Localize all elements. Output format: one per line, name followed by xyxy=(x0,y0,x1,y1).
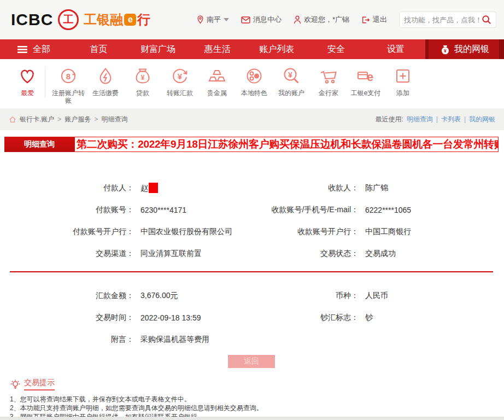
recent-link-my-ebank[interactable]: 我的网银 xyxy=(469,115,495,124)
nav-item-my-ebank[interactable]: ¥ 我的网银 xyxy=(425,39,504,59)
search-input[interactable] xyxy=(404,16,482,24)
time-label: 交易时间： xyxy=(4,313,134,323)
breadcrumb-separator: > xyxy=(94,115,98,123)
payer-bank-label: 付款账号开户行： xyxy=(4,227,134,237)
brand-title: 工银融 e 行 xyxy=(84,11,150,28)
cash-flag-label: 钞汇标志： xyxy=(256,313,359,323)
toolbar-label: 金行家 xyxy=(319,89,338,97)
tip-item: 1、您可以将查询结果下载，并保存到文本或电子表格文件中。 xyxy=(10,395,499,404)
user-icon xyxy=(294,15,301,24)
page: ICBC 工 工银融 e 行 南平 消息中心 欢迎您，*广锦 xyxy=(0,0,504,420)
toolbar-item-local-features[interactable]: 本地特色 xyxy=(236,66,273,97)
currency-label: 币种： xyxy=(256,291,359,301)
tip-item: 3、网银互联账户明细由开户银行提供，如有疑问请联系开户银行。 xyxy=(10,413,499,417)
tips-list: 1、您可以将查询结果下载，并保存到文本或电子表格文件中。 2、本功能只支持查询账… xyxy=(10,395,499,417)
bank-logo[interactable]: ICBC 工 工银融 e 行 xyxy=(11,9,150,30)
recent-link-separator: | xyxy=(436,115,438,123)
detail-row-amount-currency: 汇款金额：3,676.00元 币种：人民币 xyxy=(4,285,499,307)
welcome-user[interactable]: 欢迎您，*广锦 xyxy=(294,15,349,25)
toolbar-item-loan[interactable]: ¥ 贷款 xyxy=(124,66,161,97)
brand-suffix: 行 xyxy=(137,11,150,28)
breadcrumb-item-cards[interactable]: 银行卡.账户 xyxy=(20,115,54,124)
hamburger-menu-icon xyxy=(17,46,27,53)
nav-item-wealth-plaza[interactable]: 财富广场 xyxy=(128,44,188,55)
chevron-down-icon xyxy=(224,18,229,21)
toolbar-item-life-payment[interactable]: 生活缴费 xyxy=(87,66,124,97)
toolbar-item-epay[interactable]: e 工银e支付 xyxy=(347,66,384,97)
nav-item-all[interactable]: 全部 xyxy=(0,44,69,55)
nav-item-life[interactable]: 惠生活 xyxy=(187,44,247,55)
nav-item-settings[interactable]: 设置 xyxy=(366,44,425,55)
detail-row-channel-status: 交易渠道：同业清算互联前置 交易状态：交易成功 xyxy=(4,243,499,265)
transfer-remit-icon: ¥ xyxy=(169,66,190,86)
toolbar-label: 添加 xyxy=(396,89,409,97)
recent-link-separator: | xyxy=(464,115,466,123)
tab-detail-query[interactable]: 明细查询 xyxy=(4,137,74,152)
svg-text:8: 8 xyxy=(66,72,71,81)
channel-label: 交易渠道： xyxy=(4,249,134,259)
tip-item: 2、本功能只支持查询账户明细，如您需要查询具体交易的明细信息请到相关交易查询。 xyxy=(10,404,499,412)
nav-item-account-list[interactable]: 账户列表 xyxy=(247,44,307,55)
register-transfer-icon: 8 xyxy=(58,66,79,86)
message-center-link[interactable]: 消息中心 xyxy=(241,15,282,25)
nav-all-label: 全部 xyxy=(33,44,50,55)
search-icon[interactable] xyxy=(482,15,491,25)
breadcrumb: 银行卡.账户 > 账户服务 > 明细查询 xyxy=(9,115,127,124)
header: ICBC 工 工银融 e 行 南平 消息中心 欢迎您，*广锦 xyxy=(0,0,504,39)
toolbar-item-register-transfer[interactable]: 8 注册账户转账 xyxy=(50,66,87,104)
shopping-cart-icon xyxy=(318,66,339,86)
breadcrumb-separator: > xyxy=(57,115,61,123)
detail-row-time-cashflag: 交易时间：2022-09-18 13:59 钞汇标志：钞 xyxy=(4,307,499,329)
toolbar-label: 本地特色 xyxy=(241,89,267,97)
local-features-icon xyxy=(244,66,265,86)
epay-card-icon: e xyxy=(355,66,376,86)
toolbar-item-add[interactable]: 添加 xyxy=(384,66,421,97)
logout-label: 退出 xyxy=(373,15,387,25)
amount-label: 汇款金额： xyxy=(4,291,134,301)
detail-row-payer: 付款人：赵 收款人：陈广锦 xyxy=(4,177,499,199)
logout-icon xyxy=(361,16,370,24)
svg-text:¥: ¥ xyxy=(444,48,447,53)
detail-row-bank: 付款账号开户行：中国农业银行股份有限公司 收款账号开户行：中国工商银行 xyxy=(4,221,499,243)
toolbar-label: 贵金属 xyxy=(207,89,227,97)
payee-value: 陈广锦 xyxy=(365,183,388,193)
red-divider xyxy=(10,271,493,272)
brand-prefix: 工银融 xyxy=(84,11,123,28)
recent-link-detail-query[interactable]: 明细查询 xyxy=(407,115,433,124)
welcome-label: 欢迎您，*广锦 xyxy=(304,15,349,25)
recent-link-card-list[interactable]: 卡列表 xyxy=(441,115,461,124)
transaction-tips: 交易提示 1、您可以将查询结果下载，并保存到文本或电子表格文件中。 2、本功能只… xyxy=(4,378,499,417)
nav-item-security[interactable]: 安全 xyxy=(307,44,366,55)
message-center-label: 消息中心 xyxy=(253,15,282,25)
svg-text:¥: ¥ xyxy=(288,71,292,79)
toolbar-item-my-account[interactable]: ¥ 我的账户 xyxy=(273,66,310,97)
toolbar-item-gold-expert[interactable]: 金行家 xyxy=(310,66,347,97)
breadcrumb-item-detail-query[interactable]: 明细查询 xyxy=(101,115,127,124)
logout-link[interactable]: 退出 xyxy=(361,15,387,25)
transaction-details: 付款人：赵 收款人：陈广锦 付款账号：6230****4171 收款账号/手机号… xyxy=(4,177,499,351)
memo-value: 采购保温机器等费用 xyxy=(140,335,209,345)
brand-e-badge: e xyxy=(124,14,136,26)
tips-title: 交易提示 xyxy=(24,378,55,390)
add-plus-icon xyxy=(392,66,413,86)
breadcrumb-item-account-services[interactable]: 账户服务 xyxy=(65,115,91,124)
toolbar-item-favorites[interactable]: 最爱 xyxy=(12,66,43,97)
amount-value: 3,676.00元 xyxy=(140,291,178,301)
header-right: 南平 消息中心 欢迎您，*广锦 退出 xyxy=(197,11,496,28)
toolbar-label: 工银e支付 xyxy=(351,89,381,97)
toolbar-label: 我的账户 xyxy=(278,89,304,97)
toolbar-item-precious-metals[interactable]: 贵金属 xyxy=(198,66,236,97)
toolbar-label: 注册账户转账 xyxy=(50,89,87,104)
search-box[interactable] xyxy=(399,11,496,28)
toolbar-label: 生活缴费 xyxy=(92,89,119,97)
payer-bank-value: 中国农业银行股份有限公司 xyxy=(140,227,232,237)
nav-item-home[interactable]: 首页 xyxy=(69,44,128,55)
toolbar-label: 最爱 xyxy=(21,89,34,97)
payer-account-label: 付款账号： xyxy=(4,205,134,215)
recently-used-label: 最近使用: xyxy=(375,115,403,124)
home-icon xyxy=(9,116,16,123)
tab-row: 明细查询 第二次购买：2022年9月18日江苏徐州客户购买保温压边机和长款保温卷… xyxy=(4,137,499,152)
back-button[interactable]: 返回 xyxy=(228,355,275,368)
location-selector[interactable]: 南平 xyxy=(197,15,229,25)
toolbar-item-transfer[interactable]: ¥ 转账汇款 xyxy=(161,66,198,97)
